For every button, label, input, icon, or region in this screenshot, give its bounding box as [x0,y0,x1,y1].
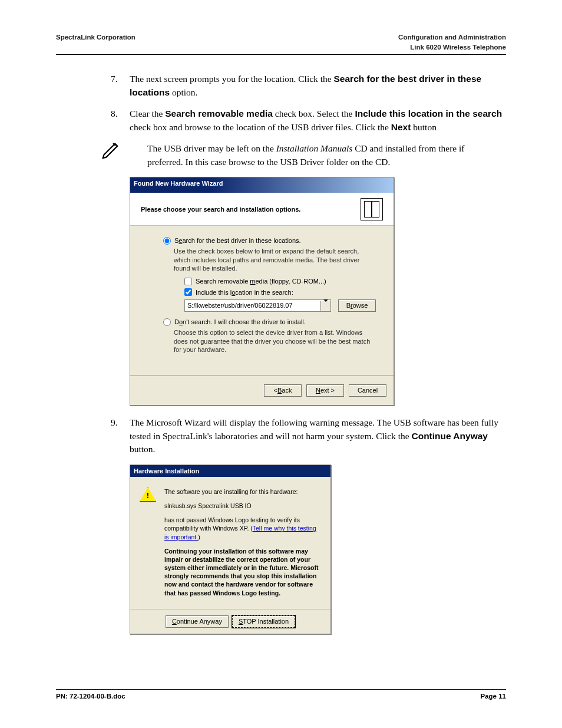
opt2-desc: Choose this option to select the device … [174,328,375,354]
dlg2-p2: slnkusb.sys Spectralink USB IO [164,502,321,510]
back-button[interactable]: < Back [264,384,302,397]
step-9: 9. The Microsoft Wizard will display the… [100,416,506,456]
dlg2-p3b: ) [198,533,200,541]
s8-b3: Next [391,122,411,132]
s8-t1: Clear the [130,108,165,118]
path-dropdown-button[interactable] [320,301,330,311]
radio-search-best[interactable]: Search for the best driver in these loca… [163,236,381,245]
chk1-pre: Search removable [196,278,250,285]
footer-rule [56,689,506,690]
s9-b1: Continue Anyway [411,431,487,441]
include-location-checkbox[interactable] [184,288,192,296]
browse-post: owse [353,301,368,309]
note-p1i: Installation Manuals [276,143,353,153]
header-rule [56,54,506,55]
back-und: B [277,386,282,394]
next-und: N [316,386,320,394]
step7-post: option. [170,87,197,97]
dialog1-heading-area: Please choose your search and installati… [130,193,394,226]
step-number-7: 7. [111,73,118,85]
warning-icon: ! [140,487,156,502]
browse-button[interactable]: Browse [338,299,376,312]
ca-und: C [172,617,177,625]
s8-t4: button [411,122,437,132]
dlg2-bold-warning: Continuing your installation of this sof… [164,547,321,597]
continue-anyway-button[interactable]: Continue Anyway [166,615,229,628]
opt1-post: arch for the best driver in these locati… [182,237,300,244]
next-button[interactable]: Next > [306,384,344,397]
chk1-post: edia (floppy, CD-ROM...) [256,278,326,285]
header-right: Configuration and Administration Link 60… [398,32,506,52]
step-number-8: 8. [111,107,118,120]
radio-dont-search-input[interactable] [163,318,171,326]
cancel-button[interactable]: Cancel [349,384,386,397]
footer-right: Page 11 [481,691,506,701]
dialog2-titlebar: Hardware Installation [130,465,330,477]
wizard-icon [361,198,383,220]
dialog1-titlebar: Found New Hardware Wizard [130,177,394,193]
page-footer: PN: 72-1204-00-B.doc Page 11 [56,685,506,701]
chk2-pre: Include this l [196,289,232,296]
radio-dont-search[interactable]: Don't search. I will choose the driver t… [163,318,381,326]
header-right-line2: Link 6020 Wireless Telephone [398,42,506,52]
stop-installation-button[interactable]: STOP Installation [232,615,295,628]
opt2-pre: D [174,318,179,325]
chevron-down-icon [323,301,328,309]
s8-t2: check box. Select the [273,108,355,118]
s8-t3: check box and browse to the location of … [130,122,391,132]
step-number-9: 9. [111,416,118,429]
next-post: ext > [320,386,335,394]
step-7: 7. The next screen prompts you for the l… [100,73,506,99]
radio-search-best-input[interactable] [163,237,171,245]
header-right-line1: Configuration and Administration [398,32,506,42]
check-removable-media[interactable]: Search removable media (floppy, CD-ROM..… [184,277,381,285]
path-select[interactable]: S:/lkwebster/usb/driver/06022819.07 [184,299,331,312]
si-und: S [239,617,243,625]
s9-t2: button. [130,444,156,454]
footer-left: PN: 72-1204-00-B.doc [56,691,125,701]
chk2-post: cation in the search: [235,289,293,296]
browse-pre: B [346,301,351,309]
dlg2-p1: The software you are installing for this… [164,487,321,496]
ca-post: ontinue Anyway [177,617,222,625]
pencil-icon [100,139,123,169]
path-value: S:/lkwebster/usb/driver/06022819.07 [185,301,320,310]
s8-b1: Search removable media [165,108,273,118]
opt2-post: n't search. I will choose the driver to … [183,318,306,325]
step7-pre: The next screen prompts you for the loca… [130,74,334,84]
hardware-installation-dialog: Hardware Installation ! The software you… [130,465,331,634]
s8-b2: Include this location in the search [355,108,502,118]
found-new-hardware-dialog: Found New Hardware Wizard Please choose … [130,177,394,406]
si-post: TOP Installation [243,617,289,625]
back-post: ack [282,386,292,394]
dialog1-heading: Please choose your search and installati… [141,205,300,213]
note-block: The USB driver may be left on the Instal… [100,142,506,169]
step-8: 8. Clear the Search removable media chec… [100,107,506,134]
dlg2-p3: has not passed Windows Logo testing to v… [164,516,321,541]
note-p1a: The USB driver may be left on the [147,143,276,153]
opt1-desc: Use the check boxes below to limit or ex… [174,247,375,272]
header-left: SpectraLink Corporation [56,32,135,52]
chk1-und: m [250,278,255,285]
page-header: SpectraLink Corporation Configuration an… [56,32,506,52]
removable-media-checkbox[interactable] [184,278,192,285]
check-include-location[interactable]: Include this location in the search: [184,288,381,297]
